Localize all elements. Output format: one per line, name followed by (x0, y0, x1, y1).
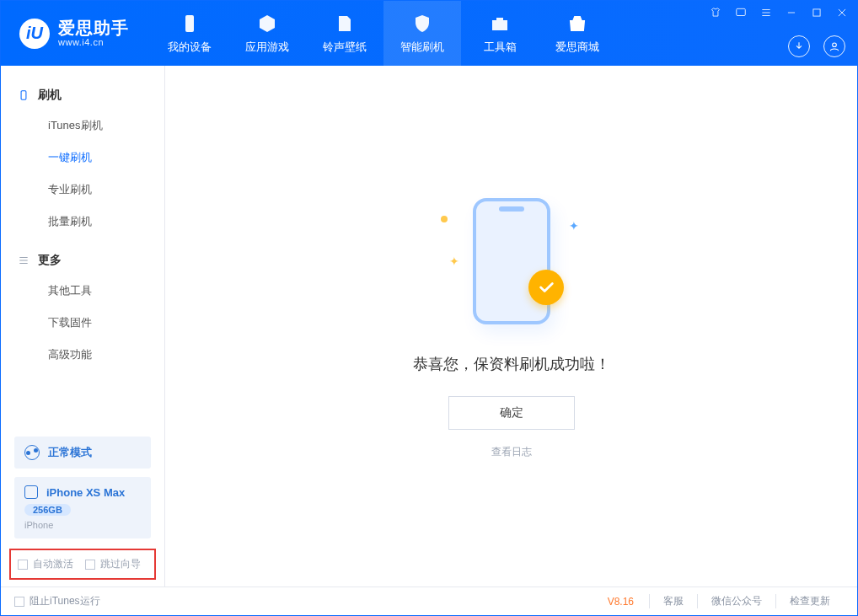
wechat-link[interactable]: 微信公众号 (697, 594, 775, 608)
device-name: iPhone XS Max (46, 486, 125, 499)
ok-button[interactable]: 确定 (448, 396, 575, 430)
store-icon (566, 13, 588, 35)
sidebar-header-label: 更多 (38, 253, 62, 268)
topnav-label: 爱思商城 (555, 40, 599, 55)
success-message: 恭喜您，保资料刷机成功啦！ (413, 354, 610, 374)
device-type: iPhone (24, 520, 141, 530)
checkbox-label: 阻止iTunes运行 (29, 594, 100, 608)
topnav-flash[interactable]: 智能刷机 (383, 1, 461, 66)
sparkle-icon: ✦ (449, 254, 459, 268)
music-file-icon (334, 13, 356, 35)
sidebar-section-more: 更多 其他工具 下载固件 高级功能 (1, 246, 164, 379)
sidebar-header-more: 更多 (1, 246, 164, 275)
topnav-toolbox[interactable]: 工具箱 (461, 1, 539, 66)
maximize-icon[interactable] (810, 6, 823, 19)
checkbox-block-itunes[interactable]: 阻止iTunes运行 (14, 594, 100, 608)
sidebar-item-batch-flash[interactable]: 批量刷机 (1, 206, 164, 238)
view-log-link[interactable]: 查看日志 (491, 445, 532, 459)
sidebar-item-other-tools[interactable]: 其他工具 (1, 275, 164, 307)
mode-label: 正常模式 (48, 445, 92, 460)
checkbox-auto-activate[interactable]: 自动激活 (18, 557, 73, 571)
shield-refresh-icon (411, 13, 433, 35)
titlebar: iU 爱思助手 www.i4.cn 我的设备 应用游戏 (1, 1, 857, 66)
support-link[interactable]: 客服 (649, 594, 697, 608)
svg-rect-1 (737, 8, 746, 15)
topnav-label: 应用游戏 (245, 40, 289, 55)
sidebar: 刷机 iTunes刷机 一键刷机 专业刷机 批量刷机 更多 其他工具 下载固件 … (1, 66, 165, 587)
topnav-apps[interactable]: 应用游戏 (228, 1, 306, 66)
minimize-icon[interactable] (785, 6, 798, 19)
checkbox-icon (85, 560, 95, 570)
sidebar-bottom: 正常模式 iPhone XS Max 256GB iPhone 自动激活 (1, 428, 164, 587)
mode-icon (24, 445, 40, 460)
topnav: 我的设备 应用游戏 铃声壁纸 智能刷机 (151, 1, 616, 66)
version-label: V8.16 (608, 596, 634, 608)
sidebar-header-flash: 刷机 (1, 81, 164, 110)
sidebar-item-advanced[interactable]: 高级功能 (1, 339, 164, 371)
logo-block[interactable]: iU 爱思助手 www.i4.cn (1, 1, 144, 66)
svg-point-3 (833, 43, 837, 47)
sparkle-icon: ✦ (569, 219, 579, 233)
list-icon (18, 254, 29, 266)
check-update-link[interactable]: 检查更新 (775, 594, 844, 608)
decoration-dot (441, 216, 448, 222)
app-name-cn: 爱思助手 (58, 19, 129, 37)
svg-rect-2 (813, 9, 820, 16)
sidebar-item-itunes-flash[interactable]: iTunes刷机 (1, 110, 164, 142)
download-icon[interactable] (788, 35, 810, 57)
checkbox-icon (18, 560, 28, 570)
close-icon[interactable] (835, 6, 849, 19)
phone-icon (18, 89, 29, 101)
checkbox-skip-guide[interactable]: 跳过向导 (85, 557, 141, 571)
sidebar-item-oneclick-flash[interactable]: 一键刷机 (1, 142, 164, 174)
check-badge-icon (528, 270, 564, 305)
user-controls (788, 35, 845, 57)
app-window: iU 爱思助手 www.i4.cn 我的设备 应用游戏 (0, 0, 858, 616)
sidebar-item-pro-flash[interactable]: 专业刷机 (1, 174, 164, 206)
sidebar-item-download-firmware[interactable]: 下载固件 (1, 307, 164, 339)
topnav-label: 工具箱 (484, 40, 517, 55)
user-icon[interactable] (823, 35, 845, 57)
topnav-store[interactable]: 爱思商城 (539, 1, 616, 66)
body: 刷机 iTunes刷机 一键刷机 专业刷机 批量刷机 更多 其他工具 下载固件 … (1, 66, 857, 587)
checkbox-label: 自动激活 (33, 557, 73, 571)
svg-rect-0 (185, 15, 194, 32)
phone-graphic (473, 198, 550, 324)
tshirt-icon[interactable] (709, 6, 722, 19)
statusbar-right: V8.16 客服 微信公众号 检查更新 (608, 594, 844, 608)
feedback-icon[interactable] (734, 6, 748, 19)
device-capacity: 256GB (24, 504, 71, 516)
topnav-ringtones[interactable]: 铃声壁纸 (306, 1, 383, 66)
main-content: ✦ ✦ 恭喜您，保资料刷机成功啦！ 确定 查看日志 (165, 66, 857, 587)
window-controls (709, 6, 849, 19)
device-small-icon (24, 485, 38, 499)
sidebar-header-label: 刷机 (38, 88, 62, 103)
logo-icon: iU (19, 19, 50, 49)
sidebar-section-flash: 刷机 iTunes刷机 一键刷机 专业刷机 批量刷机 (1, 81, 164, 246)
topnav-label: 铃声壁纸 (323, 40, 367, 55)
checkbox-icon (14, 597, 24, 607)
toolbox-icon (489, 13, 511, 35)
checkbox-label: 跳过向导 (100, 557, 141, 571)
options-highlight-box: 自动激活 跳过向导 (9, 549, 156, 580)
menu-icon[interactable] (759, 6, 773, 19)
app-name-en: www.i4.cn (58, 37, 129, 47)
svg-rect-4 (21, 91, 26, 100)
topnav-label: 我的设备 (168, 40, 212, 55)
topnav-label: 智能刷机 (400, 40, 444, 55)
topnav-my-device[interactable]: 我的设备 (151, 1, 228, 66)
mode-selector[interactable]: 正常模式 (14, 437, 151, 469)
statusbar: 阻止iTunes运行 V8.16 客服 微信公众号 检查更新 (1, 587, 857, 615)
cube-icon (256, 13, 278, 35)
logo-text: 爱思助手 www.i4.cn (58, 19, 129, 47)
success-illustration: ✦ ✦ (444, 194, 579, 329)
device-card[interactable]: iPhone XS Max 256GB iPhone (14, 477, 151, 538)
device-icon (179, 13, 201, 35)
